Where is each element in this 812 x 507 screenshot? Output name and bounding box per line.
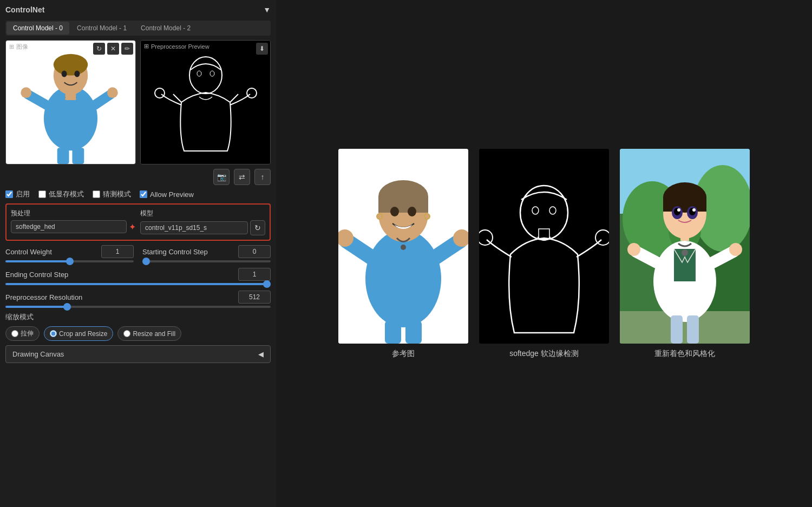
preprocessor-preview-label: ⊞ Preprocessor Preview bbox=[144, 43, 209, 50]
low-mem-checkbox-item[interactable]: 低显存模式 bbox=[38, 189, 84, 199]
ending-step-row: Ending Control Step 1 bbox=[5, 268, 271, 285]
drawing-canvas-row[interactable]: Drawing Canvas ◀ bbox=[5, 345, 271, 363]
drawing-canvas-icon: ◀ bbox=[258, 350, 264, 358]
control-weight-header: Control Weight 1 bbox=[5, 245, 134, 258]
tab-control-model-2[interactable]: Control Model - 2 bbox=[134, 22, 197, 35]
star-icon: ✦ bbox=[129, 222, 136, 232]
collapse-icon[interactable]: ▼ bbox=[263, 5, 271, 14]
control-weight-row: Control Weight 1 bbox=[5, 245, 134, 262]
allow-preview-checkbox-item[interactable]: Allow Preview bbox=[140, 190, 194, 199]
svg-rect-36 bbox=[479, 149, 609, 344]
ending-step-label: Ending Control Step bbox=[5, 271, 68, 279]
preprocessor-preview-box: ⊞ Preprocessor Preview ⬇ bbox=[140, 40, 271, 164]
preprocessor-preview-image[interactable] bbox=[141, 41, 270, 164]
model-refresh-btn[interactable]: ↻ bbox=[250, 220, 265, 235]
zoom-radio-group: 拉伸 Crop and Resize Resize and Fill bbox=[5, 326, 271, 341]
input-image-box: ⊞ 图像 ↻ ✕ ✏ bbox=[5, 40, 136, 164]
svg-rect-55 bbox=[663, 196, 706, 212]
svg-point-9 bbox=[107, 87, 118, 98]
nurse-color-svg bbox=[6, 41, 135, 164]
control-weight-value[interactable]: 1 bbox=[101, 245, 134, 258]
preprocess-dropdown[interactable]: softedge_hed softedge_hedsafe none bbox=[11, 220, 127, 233]
model-dropdown[interactable]: control_v11p_sd15_s none bbox=[140, 221, 248, 234]
svg-point-60 bbox=[677, 208, 680, 212]
model-select-row: control_v11p_sd15_s none ↻ bbox=[140, 220, 265, 235]
svg-rect-13 bbox=[152, 43, 260, 162]
svg-point-61 bbox=[692, 208, 696, 212]
enable-checkbox[interactable] bbox=[5, 190, 13, 198]
camera-btn[interactable]: 📷 bbox=[213, 169, 230, 185]
panel-header: ControlNet ▼ bbox=[5, 5, 271, 14]
guess-mode-checkbox[interactable] bbox=[93, 190, 100, 198]
tab-control-model-0[interactable]: Control Model - 0 bbox=[6, 22, 69, 35]
preprocess-model-box: 预处理 softedge_hed softedge_hedsafe none ✦… bbox=[5, 203, 271, 241]
model-label: 模型 bbox=[140, 209, 265, 218]
svg-point-26 bbox=[424, 214, 430, 219]
right-panel: 参考图 bbox=[276, 0, 812, 507]
gallery-img-edge bbox=[479, 149, 609, 344]
zoom-crop-label: Crop and Resize bbox=[59, 330, 107, 338]
two-col-sliders: Control Weight 1 Starting Control Step 0 bbox=[5, 245, 271, 262]
allow-preview-label: Allow Preview bbox=[150, 190, 194, 199]
ending-step-slider[interactable] bbox=[5, 283, 271, 285]
refresh-image-btn[interactable]: ↻ bbox=[93, 43, 105, 55]
ending-step-header: Ending Control Step 1 bbox=[5, 268, 271, 281]
tab-control-model-1[interactable]: Control Model - 1 bbox=[70, 22, 133, 35]
zoom-stretch-option[interactable]: 拉伸 bbox=[5, 326, 40, 341]
svg-point-3 bbox=[54, 54, 88, 76]
control-weight-label: Control Weight bbox=[5, 248, 52, 256]
ending-step-value[interactable]: 1 bbox=[238, 268, 271, 281]
gallery-img-anime bbox=[620, 149, 750, 344]
action-row: 📷 ⇄ ↑ bbox=[5, 169, 271, 185]
preprocessor-resolution-slider[interactable] bbox=[5, 306, 271, 308]
guess-mode-label: 猜测模式 bbox=[103, 189, 131, 199]
gallery-img-reference bbox=[338, 149, 468, 344]
preprocessor-resolution-value[interactable]: 512 bbox=[238, 291, 271, 304]
drawing-canvas-label: Drawing Canvas bbox=[12, 350, 64, 358]
enable-label: 启用 bbox=[16, 189, 30, 199]
zoom-crop-radio[interactable] bbox=[50, 330, 57, 337]
svg-point-65 bbox=[729, 243, 742, 256]
zoom-fill-option[interactable]: Resize and Fill bbox=[117, 326, 181, 341]
low-mem-label: 低显存模式 bbox=[49, 189, 84, 199]
download-preview-btn[interactable]: ⬇ bbox=[256, 43, 268, 55]
svg-rect-11 bbox=[57, 148, 69, 164]
starting-step-value[interactable]: 0 bbox=[238, 245, 271, 258]
preprocessor-resolution-header: Preprocessor Resolution 512 bbox=[5, 291, 271, 304]
starting-step-slider[interactable] bbox=[142, 260, 271, 262]
zoom-stretch-radio[interactable] bbox=[11, 330, 18, 337]
svg-rect-10 bbox=[66, 93, 76, 100]
edit-image-btn[interactable]: ✏ bbox=[121, 43, 133, 55]
image-row: ⊞ 图像 ↻ ✕ ✏ bbox=[5, 40, 271, 164]
control-weight-slider[interactable] bbox=[5, 260, 134, 262]
input-image[interactable] bbox=[6, 41, 135, 164]
allow-preview-checkbox[interactable] bbox=[140, 190, 147, 198]
model-col: 模型 control_v11p_sd15_s none ↻ bbox=[140, 209, 265, 235]
svg-point-28 bbox=[408, 207, 416, 216]
svg-rect-35 bbox=[405, 321, 422, 344]
low-mem-checkbox[interactable] bbox=[38, 190, 46, 198]
gallery-nurse-svg bbox=[338, 149, 468, 344]
close-image-btn[interactable]: ✕ bbox=[107, 43, 119, 55]
svg-point-27 bbox=[390, 207, 399, 216]
enable-checkbox-item[interactable]: 启用 bbox=[5, 189, 30, 199]
starting-step-label: Starting Control Step bbox=[142, 248, 208, 256]
edge-detection-svg bbox=[152, 43, 260, 162]
zoom-crop-option[interactable]: Crop and Resize bbox=[44, 326, 113, 341]
gallery-caption-1: softedge 软边缘检测 bbox=[509, 349, 579, 359]
preprocessor-resolution-label: Preprocessor Resolution bbox=[5, 293, 82, 301]
upload-btn[interactable]: ↑ bbox=[254, 169, 271, 185]
svg-point-33 bbox=[401, 245, 406, 250]
preprocess-select-row: softedge_hed softedge_hedsafe none ✦ bbox=[11, 220, 136, 233]
swap-btn[interactable]: ⇄ bbox=[234, 169, 250, 185]
gallery: 参考图 bbox=[338, 149, 750, 359]
guess-mode-checkbox-item[interactable]: 猜测模式 bbox=[93, 189, 131, 199]
preprocess-label: 预处理 bbox=[11, 209, 136, 218]
zoom-fill-label: Resize and Fill bbox=[133, 330, 175, 338]
gallery-anime-svg bbox=[620, 149, 750, 344]
zoom-stretch-label: 拉伸 bbox=[21, 329, 34, 338]
left-panel: ControlNet ▼ Control Model - 0 Control M… bbox=[0, 0, 276, 507]
sliders-section: Control Weight 1 Starting Control Step 0… bbox=[5, 245, 271, 308]
options-row: 启用 低显存模式 猜测模式 Allow Preview bbox=[5, 189, 271, 199]
zoom-fill-radio[interactable] bbox=[123, 330, 130, 337]
